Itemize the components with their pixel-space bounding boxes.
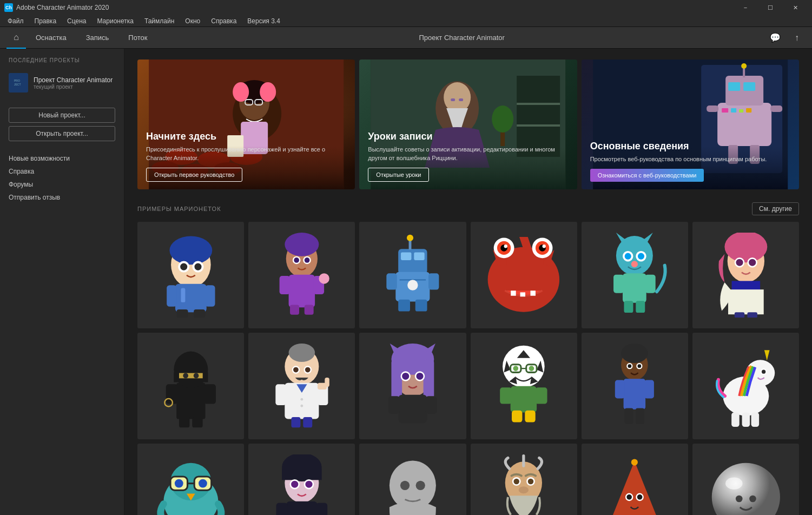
- home-button[interactable]: ⌂: [6, 27, 26, 49]
- export-icon: ↑: [795, 33, 799, 43]
- toolbar-right: 💬 ↑: [767, 29, 806, 47]
- svg-rect-122: [728, 289, 764, 314]
- tab-osnastka[interactable]: Оснастка: [26, 27, 76, 49]
- svg-point-130: [193, 373, 199, 378]
- puppet-card-14[interactable]: [248, 444, 355, 515]
- puppet-char-17: [592, 454, 677, 515]
- puppet-card-4[interactable]: [471, 222, 577, 328]
- puppet-char-7: [148, 344, 234, 429]
- puppet-card-3[interactable]: [359, 222, 466, 328]
- menu-scene[interactable]: Сцена: [62, 16, 91, 26]
- puppet-card-18[interactable]: SECRET-SOFT: [692, 444, 799, 515]
- svg-rect-179: [512, 411, 522, 422]
- svg-rect-74: [401, 252, 411, 260]
- menu-window[interactable]: Окно: [180, 16, 206, 26]
- puppet-card-10[interactable]: [471, 333, 577, 439]
- svg-rect-134: [179, 417, 189, 427]
- puppet-card-9[interactable]: [359, 333, 466, 439]
- svg-point-182: [621, 344, 648, 363]
- puppet-card-13[interactable]: [137, 444, 244, 515]
- see-more-button[interactable]: См. другие: [752, 202, 799, 215]
- svg-point-240: [725, 478, 743, 490]
- hero-desc-2: Выслушайте советы о записи активации, ре…: [368, 146, 568, 162]
- toolbar: ⌂ Оснастка Запись Поток Проект Character…: [0, 27, 812, 49]
- open-project-button[interactable]: Открыть проект...: [9, 126, 115, 141]
- menu-timeline[interactable]: Таймлайн: [139, 16, 180, 26]
- svg-rect-217: [316, 503, 327, 515]
- app-title: Adobe Character Animator 2020: [16, 4, 733, 11]
- svg-point-66: [305, 258, 310, 263]
- hero-card-basics[interactable]: Основные сведения Просмотреть веб-руково…: [582, 60, 799, 189]
- close-button[interactable]: ✕: [783, 0, 808, 15]
- svg-point-237: [631, 459, 638, 466]
- menu-version[interactable]: Версия 3.4: [242, 16, 286, 26]
- svg-point-72: [319, 273, 329, 283]
- puppet-card-1[interactable]: [137, 222, 244, 328]
- sidebar-link-help[interactable]: Справка: [0, 165, 124, 178]
- svg-rect-187: [624, 379, 646, 409]
- maximize-button[interactable]: ☐: [758, 0, 783, 15]
- sidebar-link-feedback[interactable]: Отправить отзыв: [0, 191, 124, 204]
- hero-card-lessons[interactable]: Уроки записи Выслушайте советы о записи …: [359, 60, 577, 189]
- svg-point-139: [293, 367, 299, 373]
- svg-point-106: [625, 253, 631, 259]
- svg-rect-163: [388, 396, 400, 414]
- puppet-char-13: [148, 454, 234, 515]
- svg-rect-164: [426, 396, 437, 414]
- puppet-char-14: [259, 454, 345, 515]
- hero-card-start[interactable]: Начните здесь Присоединяйтесь к прослуши…: [137, 60, 355, 189]
- puppet-char-2: [259, 233, 345, 318]
- svg-point-227: [528, 479, 534, 485]
- puppet-card-7[interactable]: [137, 333, 244, 439]
- puppet-card-11[interactable]: [582, 333, 688, 439]
- new-project-button[interactable]: Новый проект...: [9, 108, 115, 123]
- minimize-button[interactable]: −: [733, 0, 758, 15]
- svg-point-77: [407, 234, 413, 241]
- svg-point-64: [294, 258, 299, 263]
- hero-btn-3[interactable]: Ознакомиться с веб-руководствами: [590, 169, 704, 182]
- svg-text:PRO: PRO: [14, 79, 20, 82]
- svg-point-120: [749, 259, 756, 266]
- puppet-card-16[interactable]: [471, 444, 577, 515]
- svg-point-50: [169, 236, 212, 265]
- hero-card-3-content: Основные сведения Просмотреть веб-руково…: [582, 133, 799, 189]
- menu-file[interactable]: Файл: [2, 16, 29, 26]
- hero-title-1: Начните здесь: [146, 131, 346, 142]
- hero-row: Начните здесь Присоединяйтесь к прослуши…: [137, 60, 799, 189]
- chat-icon-btn[interactable]: 💬: [767, 29, 784, 47]
- svg-rect-191: [636, 408, 644, 424]
- svg-point-206: [199, 479, 207, 488]
- svg-point-116: [724, 233, 767, 262]
- svg-point-17: [233, 82, 249, 102]
- svg-rect-150: [291, 417, 300, 427]
- puppet-card-12[interactable]: [692, 333, 799, 439]
- menu-help[interactable]: Справка: [206, 16, 242, 26]
- puppet-card-6[interactable]: [692, 222, 799, 328]
- svg-rect-79: [386, 273, 397, 289]
- svg-rect-176: [511, 386, 537, 413]
- menu-edit[interactable]: Правка: [29, 16, 62, 26]
- export-icon-btn[interactable]: ↑: [788, 29, 806, 47]
- svg-point-175: [529, 366, 534, 371]
- tab-zapis[interactable]: Запись: [76, 27, 119, 49]
- puppet-card-8[interactable]: [248, 333, 355, 439]
- menu-puppet[interactable]: Марионетка: [91, 16, 138, 26]
- recent-project-item[interactable]: PRO JECT Проект Character Animator текущ…: [0, 69, 124, 97]
- svg-rect-128: [179, 373, 203, 378]
- hero-btn-1[interactable]: Открыть первое руководство: [146, 168, 242, 182]
- puppet-card-2[interactable]: [248, 222, 355, 328]
- svg-rect-80: [428, 273, 439, 289]
- puppet-card-17[interactable]: [582, 444, 688, 515]
- puppet-card-15[interactable]: [359, 444, 466, 515]
- tab-potok[interactable]: Поток: [118, 27, 157, 49]
- svg-rect-60: [181, 288, 185, 302]
- svg-point-52: [180, 263, 187, 270]
- svg-rect-56: [167, 285, 176, 306]
- hero-btn-2[interactable]: Открытые уроки: [368, 168, 429, 182]
- svg-point-137: [288, 344, 315, 362]
- project-info: Проект Character Animator текущий проект: [34, 76, 113, 90]
- sidebar-link-new-features[interactable]: Новые возможности: [0, 152, 124, 165]
- sidebar-link-forums[interactable]: Форумы: [0, 178, 124, 191]
- puppet-card-5[interactable]: [582, 222, 688, 328]
- svg-rect-180: [525, 411, 536, 422]
